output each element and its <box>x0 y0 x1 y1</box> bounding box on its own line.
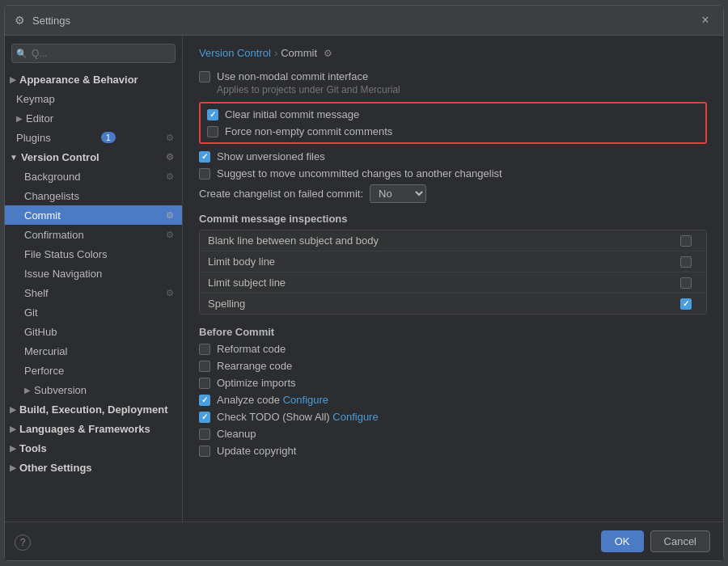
sidebar-item-version-control[interactable]: ▼ Version Control ⚙ <box>5 147 182 167</box>
close-button[interactable]: × <box>696 11 715 30</box>
background-settings-icon: ⚙ <box>166 171 174 182</box>
applies-text-row: Applies to projects under Git and Mercur… <box>199 84 707 95</box>
before-commit-title: Before Commit <box>199 326 707 338</box>
commit-settings-icon: ⚙ <box>166 210 174 221</box>
sidebar-label-other: Other Settings <box>19 462 92 474</box>
ok-button[interactable]: OK <box>601 530 644 552</box>
cleanup-checkbox[interactable] <box>199 429 210 440</box>
sidebar-item-build[interactable]: ▶ Build, Execution, Deployment <box>5 399 182 419</box>
suggest-move-checkbox[interactable] <box>199 168 210 180</box>
update-copyright-checkbox[interactable] <box>199 446 210 457</box>
main-content: Version Control › Commit ⚙ Use non-modal… <box>183 36 723 522</box>
sidebar-item-mercurial[interactable]: Mercurial <box>5 341 182 361</box>
sidebar-item-plugins[interactable]: Plugins 1 ⚙ <box>5 128 182 147</box>
check-todo-checkbox[interactable] <box>199 412 210 423</box>
check-todo-link[interactable]: Configure <box>332 411 378 423</box>
plugins-badge: 1 <box>101 132 116 143</box>
inspection-checkbox-0[interactable] <box>680 235 692 247</box>
reformat-code-checkbox[interactable] <box>199 344 210 355</box>
search-icon: 🔍 <box>16 49 28 59</box>
clear-initial-row: Clear initial commit message <box>207 108 699 120</box>
analyze-code-checkbox[interactable] <box>199 395 210 406</box>
force-non-empty-checkbox[interactable] <box>207 126 218 137</box>
sidebar-label-confirmation: Confirmation <box>24 229 84 241</box>
breadcrumb-current: Commit <box>281 47 317 59</box>
clear-initial-checkbox[interactable] <box>207 109 218 120</box>
reformat-code-label: Reformat code <box>217 343 286 355</box>
sidebar-item-background[interactable]: Background ⚙ <box>5 167 182 186</box>
applies-text: Applies to projects under Git and Mercur… <box>217 84 400 95</box>
inspection-row-3: Spelling <box>200 294 706 314</box>
sidebar-label-file-status: File Status Colors <box>24 248 108 260</box>
breadcrumb: Version Control › Commit ⚙ <box>199 47 707 59</box>
breadcrumb-settings-icon[interactable]: ⚙ <box>324 48 332 59</box>
clear-initial-label: Clear initial commit message <box>225 108 359 120</box>
create-changelist-label: Create changelist on failed commit: <box>199 188 363 200</box>
sidebar-label-vc: Version Control <box>21 151 99 163</box>
expand-arrow-other: ▶ <box>10 463 16 472</box>
inspection-checkbox-2[interactable] <box>680 277 692 289</box>
inspection-checkbox-3[interactable] <box>680 298 692 310</box>
use-non-modal-row: Use non-modal commit interface <box>199 70 707 82</box>
sidebar-label-perforce: Perforce <box>24 365 64 377</box>
sidebar-item-file-status[interactable]: File Status Colors <box>5 244 182 264</box>
sidebar-item-keymap[interactable]: Keymap <box>5 89 182 108</box>
sidebar-label-languages: Languages & Frameworks <box>19 423 150 435</box>
sidebar-item-changelists[interactable]: Changelists <box>5 186 182 205</box>
update-copyright-label: Update copyright <box>217 445 296 457</box>
footer: OK Cancel <box>5 522 723 560</box>
sidebar-item-issue-nav[interactable]: Issue Navigation <box>5 264 182 283</box>
confirmation-settings-icon: ⚙ <box>166 230 174 240</box>
dialog-title: Settings <box>32 15 70 27</box>
sidebar-label-appearance: Appearance & Behavior <box>19 74 138 86</box>
breadcrumb-parent[interactable]: Version Control <box>199 47 271 59</box>
inspection-checkbox-1[interactable] <box>680 256 692 268</box>
sidebar-item-tools[interactable]: ▶ Tools <box>5 438 182 458</box>
reformat-code-row: Reformat code <box>199 343 707 355</box>
create-changelist-row: Create changelist on failed commit: No Y… <box>199 184 707 203</box>
optimize-imports-checkbox[interactable] <box>199 378 210 389</box>
create-changelist-select[interactable]: No Yes <box>370 184 426 203</box>
highlight-box: Clear initial commit message Force non-e… <box>199 102 707 144</box>
use-non-modal-checkbox[interactable] <box>199 71 210 82</box>
cancel-button[interactable]: Cancel <box>650 530 710 552</box>
sidebar-item-subversion[interactable]: ▶ Subversion <box>5 380 182 399</box>
sidebar-label-background: Background <box>24 171 80 183</box>
sidebar-item-confirmation[interactable]: Confirmation ⚙ <box>5 225 182 244</box>
sidebar-item-github[interactable]: GitHub <box>5 322 182 341</box>
sidebar-label-commit: Commit <box>24 209 61 222</box>
rearrange-code-checkbox[interactable] <box>199 361 210 372</box>
analyze-code-link[interactable]: Configure <box>283 394 328 406</box>
analyze-code-row: Analyze code Configure <box>199 394 707 406</box>
sidebar-item-commit[interactable]: Commit ⚙ <box>5 205 182 225</box>
sidebar-item-other[interactable]: ▶ Other Settings <box>5 458 182 477</box>
show-unversioned-label: Show unversioned files <box>217 150 325 163</box>
optimize-imports-row: Optimize imports <box>199 377 707 389</box>
sidebar-item-editor[interactable]: ▶ Editor <box>5 108 182 128</box>
title-bar: ⚙ Settings × <box>5 6 723 36</box>
inspection-row-0: Blank line between subject and body <box>200 230 706 251</box>
expand-arrow-editor: ▶ <box>16 114 23 123</box>
inspection-label-3: Spelling <box>208 298 245 310</box>
help-icon[interactable]: ? <box>15 534 31 551</box>
search-input[interactable] <box>11 44 176 63</box>
sidebar-item-appearance[interactable]: ▶ Appearance & Behavior <box>5 70 182 89</box>
sidebar-item-perforce[interactable]: Perforce <box>5 361 182 380</box>
expand-arrow-vc: ▼ <box>10 153 18 162</box>
sidebar-item-shelf[interactable]: Shelf ⚙ <box>5 283 182 302</box>
force-non-empty-label: Force non-empty commit comments <box>225 125 392 137</box>
show-unversioned-checkbox[interactable] <box>199 151 210 163</box>
sidebar-label-editor: Editor <box>26 112 53 125</box>
search-box: 🔍 <box>11 44 176 63</box>
optimize-imports-label: Optimize imports <box>217 377 296 389</box>
sidebar-item-git[interactable]: Git <box>5 302 182 322</box>
update-copyright-row: Update copyright <box>199 445 707 457</box>
sidebar-item-languages[interactable]: ▶ Languages & Frameworks <box>5 419 182 438</box>
sidebar-label-keymap: Keymap <box>16 93 55 105</box>
cleanup-row: Cleanup <box>199 428 707 440</box>
suggest-move-label: Suggest to move uncommitted changes to a… <box>217 167 502 180</box>
show-unversioned-row: Show unversioned files <box>199 150 707 163</box>
inspection-label-2: Limit subject line <box>208 277 286 289</box>
shelf-settings-icon: ⚙ <box>166 288 174 298</box>
expand-arrow: ▶ <box>10 75 16 84</box>
